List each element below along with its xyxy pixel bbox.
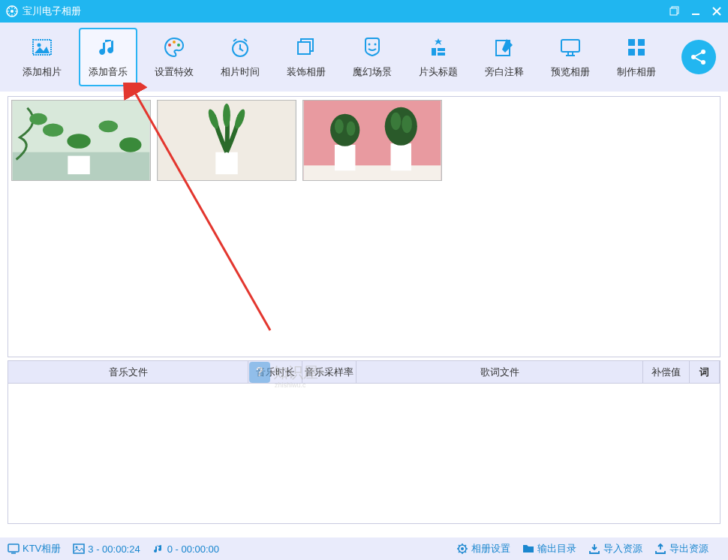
svg-point-50 xyxy=(385,107,417,146)
add-music-button[interactable]: 添加音乐 xyxy=(79,28,137,86)
svg-rect-20 xyxy=(438,53,445,56)
decorate-icon xyxy=(294,35,318,59)
svg-rect-26 xyxy=(638,49,645,56)
photo-count-status[interactable]: 3 - 00:00:24 xyxy=(73,543,140,555)
gear-icon xyxy=(456,543,468,555)
toolbar-label: 旁白注释 xyxy=(485,65,524,79)
title-bar: 宝川电子相册 xyxy=(0,0,728,23)
svg-rect-48 xyxy=(391,143,411,170)
export-resource-button[interactable]: 导出资源 xyxy=(654,542,708,555)
share-button[interactable] xyxy=(681,40,716,74)
album-settings-button[interactable]: 相册设置 xyxy=(456,542,510,555)
photo-thumbnail[interactable] xyxy=(302,100,442,181)
image-small-icon xyxy=(73,543,85,555)
svg-point-37 xyxy=(99,121,119,133)
monitor-icon xyxy=(558,35,582,59)
svg-rect-56 xyxy=(8,544,19,552)
scene-icon xyxy=(360,35,384,59)
svg-line-30 xyxy=(695,53,702,56)
music-table-header: 音乐文件 音乐时长 音乐采样率 歌词文件 补偿值 词 xyxy=(8,361,720,384)
col-music-file[interactable]: 音乐文件 xyxy=(8,361,248,383)
svg-point-38 xyxy=(119,137,141,152)
add-photo-button[interactable]: 添加相片 xyxy=(13,28,71,86)
output-dir-button[interactable]: 输出目录 xyxy=(522,542,576,555)
decorate-button[interactable]: 装饰相册 xyxy=(277,28,335,86)
folder-icon xyxy=(522,543,534,555)
grid-icon xyxy=(624,35,648,59)
svg-rect-24 xyxy=(638,39,645,46)
toolbar-label: 装饰相册 xyxy=(287,65,326,79)
magic-scene-button[interactable]: 魔幻场景 xyxy=(343,28,402,86)
toolbar-label: 设置特效 xyxy=(155,65,194,79)
svg-rect-22 xyxy=(561,40,579,52)
svg-point-61 xyxy=(461,547,464,550)
edit-icon xyxy=(492,35,516,59)
import-resource-button[interactable]: 导入资源 xyxy=(588,542,642,555)
photo-thumbnail[interactable] xyxy=(11,100,151,181)
col-compensation[interactable]: 补偿值 xyxy=(643,361,690,383)
preview-button[interactable]: 预览相册 xyxy=(541,28,600,86)
svg-point-52 xyxy=(347,121,356,136)
import-icon xyxy=(588,543,600,555)
svg-point-51 xyxy=(335,119,344,134)
svg-point-59 xyxy=(76,546,78,549)
svg-point-35 xyxy=(43,123,63,137)
svg-point-16 xyxy=(369,44,371,46)
toolbar-label: 预览相册 xyxy=(551,65,590,79)
restore-button[interactable] xyxy=(669,6,680,17)
svg-rect-47 xyxy=(335,145,355,170)
title-button[interactable]: 片头标题 xyxy=(409,28,468,86)
toolbar-label: 制作相册 xyxy=(617,65,656,79)
photo-time-button[interactable]: 相片时间 xyxy=(211,28,269,86)
toolbar-label: 魔幻场景 xyxy=(353,65,392,79)
svg-line-31 xyxy=(695,58,702,62)
col-lyrics-toggle[interactable]: 词 xyxy=(690,361,720,383)
ktv-album-button[interactable]: KTV相册 xyxy=(8,542,61,555)
svg-point-9 xyxy=(168,44,171,47)
svg-point-13 xyxy=(239,48,242,50)
svg-rect-46 xyxy=(304,165,441,180)
photo-icon xyxy=(30,35,54,59)
narration-button[interactable]: 旁白注释 xyxy=(475,28,534,86)
svg-rect-25 xyxy=(628,49,635,56)
app-icon xyxy=(6,5,18,17)
window-controls xyxy=(669,6,722,17)
svg-rect-3 xyxy=(670,8,677,15)
photo-thumbnail-area[interactable] xyxy=(8,96,720,357)
make-album-button[interactable]: 制作相册 xyxy=(607,28,666,86)
svg-point-54 xyxy=(402,116,412,134)
svg-rect-41 xyxy=(215,152,237,174)
export-icon xyxy=(654,543,666,555)
svg-point-43 xyxy=(223,104,230,127)
svg-point-11 xyxy=(177,44,180,47)
svg-point-10 xyxy=(173,41,176,44)
svg-rect-23 xyxy=(628,39,635,46)
svg-point-53 xyxy=(391,113,402,131)
share-icon xyxy=(689,47,708,67)
watermark: ? 知识屋® zhishiwu.c xyxy=(249,362,323,383)
svg-rect-19 xyxy=(438,48,445,51)
svg-rect-39 xyxy=(68,156,89,175)
svg-point-34 xyxy=(29,113,47,125)
music-icon xyxy=(96,35,120,59)
app-title: 宝川电子相册 xyxy=(23,5,669,18)
music-count-status[interactable]: 0 - 00:00:00 xyxy=(152,543,219,555)
music-small-icon xyxy=(152,543,164,555)
clock-icon xyxy=(228,35,252,59)
music-table-body[interactable] xyxy=(8,384,720,523)
status-bar: KTV相册 3 - 00:00:24 0 - 00:00:00 相册设置 输出目… xyxy=(0,537,728,560)
toolbar-label: 片头标题 xyxy=(419,65,458,79)
effects-button[interactable]: 设置特效 xyxy=(145,28,203,86)
toolbar-label: 添加音乐 xyxy=(89,65,128,79)
svg-point-49 xyxy=(330,114,359,146)
svg-point-1 xyxy=(11,10,14,13)
minimize-button[interactable] xyxy=(690,6,701,17)
photo-thumbnail[interactable] xyxy=(157,100,296,181)
music-table: 音乐文件 音乐时长 音乐采样率 歌词文件 补偿值 词 xyxy=(8,360,720,524)
palette-icon xyxy=(162,35,186,59)
col-lyric-file[interactable]: 歌词文件 xyxy=(356,361,643,383)
svg-point-17 xyxy=(375,44,377,46)
svg-rect-15 xyxy=(298,42,310,54)
svg-point-36 xyxy=(67,134,90,149)
close-button[interactable] xyxy=(711,6,722,17)
